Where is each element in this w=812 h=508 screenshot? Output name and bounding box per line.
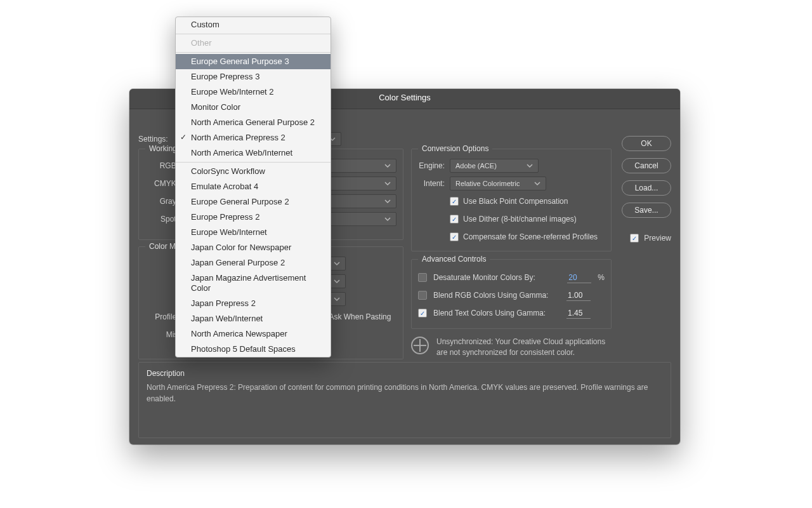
chevron-down-icon: [534, 180, 540, 187]
dd-item[interactable]: Europe Prepress 3: [176, 69, 331, 84]
chevron-down-icon: [334, 296, 340, 302]
ws-cmyk-label: CMYK:: [141, 179, 178, 188]
preview-checkbox[interactable]: ✓: [630, 234, 639, 243]
desaturate-label: Desaturate Monitor Colors By:: [433, 273, 561, 282]
ws-rgb-label: RGB:: [141, 161, 178, 170]
description-group: Description North America Prepress 2: Pr…: [138, 362, 671, 438]
dd-item[interactable]: Europe General Purpose 3: [176, 54, 331, 69]
dd-item[interactable]: North America General Purpose 2: [176, 115, 331, 130]
ws-gray-label: Gray:: [141, 197, 178, 206]
advanced-group: Advanced Controls ✓ Desaturate Monitor C…: [411, 259, 612, 329]
compensate-checkbox[interactable]: ✓Compensate for Scene-referred Profiles: [450, 232, 598, 241]
engine-label: Engine:: [414, 161, 445, 170]
chevron-down-icon: [384, 198, 391, 204]
sync-icon: [411, 337, 429, 354]
chevron-down-icon: [384, 163, 391, 169]
percent-label: %: [598, 273, 605, 282]
description-title: Description: [147, 369, 663, 378]
chevron-down-icon: [334, 278, 340, 284]
dd-item[interactable]: ColorSync Workflow: [176, 164, 331, 179]
settings-dropdown[interactable]: Custom Other Europe General Purpose 3Eur…: [175, 17, 331, 358]
blend-text-input[interactable]: [566, 308, 591, 319]
chevron-down-icon: [384, 216, 391, 222]
ws-spot-label: Spot:: [141, 215, 178, 224]
blend-text-checkbox[interactable]: ✓: [418, 309, 427, 318]
conversion-group: Conversion Options Engine: Adobe (ACE) I…: [411, 149, 612, 251]
dither-checkbox[interactable]: ✓Use Dither (8-bit/channel images): [450, 215, 577, 224]
dd-item-other: Other: [176, 36, 331, 51]
blend-rgb-label: Blend RGB Colors Using Gamma:: [433, 291, 560, 300]
dd-item[interactable]: Monitor Color: [176, 100, 331, 115]
group-title-conversion: Conversion Options: [418, 144, 492, 153]
desaturate-input[interactable]: [567, 272, 591, 283]
description-text: North America Prepress 2: Preparation of…: [147, 382, 663, 404]
blend-rgb-checkbox[interactable]: ✓: [418, 291, 427, 300]
intent-label: Intent:: [414, 179, 445, 188]
chevron-down-icon: [334, 260, 340, 267]
chevron-down-icon: [384, 180, 391, 187]
dd-item[interactable]: Emulate Acrobat 4: [176, 179, 331, 194]
dd-item[interactable]: Europe Prepress 2: [176, 210, 331, 225]
load-button[interactable]: Load...: [622, 180, 671, 196]
preview-label: Preview: [644, 234, 671, 243]
dd-separator: [176, 52, 331, 53]
chevron-down-icon: [527, 163, 533, 169]
sync-status: Unsynchronized: Your Creative Cloud appl…: [411, 337, 612, 358]
dd-item-custom[interactable]: Custom: [176, 17, 331, 32]
cancel-button[interactable]: Cancel: [622, 158, 671, 173]
dd-item[interactable]: Japan Color for Newspaper: [176, 240, 331, 255]
dd-separator: [176, 34, 331, 34]
blackpoint-checkbox[interactable]: ✓Use Black Point Compensation: [450, 197, 568, 206]
dd-item[interactable]: North America Prepress 2: [176, 130, 331, 145]
dialog-buttons: OK Cancel Load... Save...: [622, 136, 671, 225]
settings-label: Settings:: [138, 135, 168, 144]
sync-text: Unsynchronized: Your Creative Cloud appl…: [436, 337, 612, 358]
dd-item[interactable]: Photoshop 5 Default Spaces: [176, 342, 331, 357]
intent-select[interactable]: Relative Colorimetric: [450, 177, 546, 190]
save-button[interactable]: Save...: [622, 203, 671, 218]
dd-item[interactable]: North America Web/Internet: [176, 145, 331, 161]
group-title-advanced: Advanced Controls: [418, 255, 490, 264]
blend-text-label: Blend Text Colors Using Gamma:: [433, 309, 560, 318]
dd-item[interactable]: North America Newspaper: [176, 326, 331, 342]
ok-button[interactable]: OK: [622, 136, 671, 151]
dd-item[interactable]: Europe Web/Internet: [176, 225, 331, 240]
dd-item[interactable]: Europe Web/Internet 2: [176, 84, 331, 100]
desaturate-checkbox[interactable]: ✓: [418, 273, 427, 282]
dd-item[interactable]: Japan Web/Internet: [176, 311, 331, 326]
dd-item[interactable]: Europe General Purpose 2: [176, 194, 331, 210]
dd-item[interactable]: Japan Prepress 2: [176, 296, 331, 311]
dd-item[interactable]: Japan General Purpose 2: [176, 255, 331, 271]
engine-select[interactable]: Adobe (ACE): [450, 159, 539, 173]
dd-item[interactable]: Japan Magazine Advertisement Color: [176, 271, 331, 296]
blend-rgb-input[interactable]: [566, 290, 591, 301]
dd-separator: [176, 162, 331, 163]
